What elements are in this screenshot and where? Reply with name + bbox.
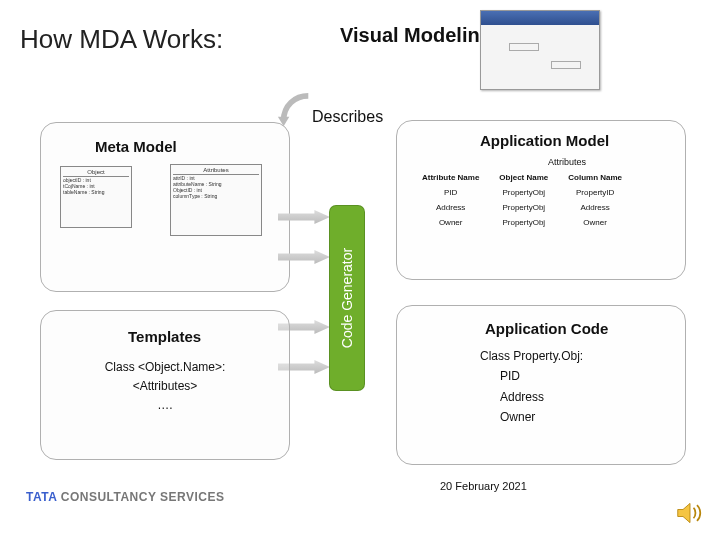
footer-date: 20 February 2021 — [440, 480, 527, 492]
uml-class-attribute: Attributes attrID : int attributeName : … — [170, 164, 262, 236]
code-generator-box: Code Generator — [330, 206, 364, 390]
table-row: AddressPropertyObjAddress — [412, 200, 632, 215]
application-code-label: Application Code — [485, 320, 608, 337]
visual-modeling-label: Visual Modeling — [340, 24, 492, 47]
footer-logo: TATA CONSULTANCY SERVICES — [26, 490, 225, 504]
code-generator-label: Code Generator — [339, 248, 355, 348]
application-model-label: Application Model — [480, 132, 609, 149]
table-header-row: Attribute NameObject NameColumn Name — [412, 170, 632, 185]
table-row: OwnerPropertyObjOwner — [412, 215, 632, 230]
application-code-body: Class Property.Obj: PID Address Owner — [480, 346, 583, 428]
attributes-table: Attribute NameObject NameColumn Name PID… — [412, 170, 632, 230]
speaker-icon — [676, 500, 704, 526]
screenshot-thumbnail — [480, 10, 600, 90]
describes-label: Describes — [312, 108, 383, 126]
attributes-title: Attributes — [548, 157, 586, 167]
table-row: PIDPropertyObjPropertyID — [412, 185, 632, 200]
uml-class-object: Object objectID : int tCojName : int tab… — [60, 166, 132, 228]
logo-consultancy: CONSULTANCY SERVICES — [61, 490, 225, 504]
templates-body: Class <Object.Name>: <Attributes> …. — [82, 358, 248, 416]
slide-title: How MDA Works: — [20, 24, 223, 55]
templates-label: Templates — [128, 328, 201, 345]
meta-model-label: Meta Model — [95, 138, 177, 155]
slide: TATATATATATATATATATATATATATATATATATATATA… — [0, 0, 720, 540]
logo-tata: TATA — [26, 490, 57, 504]
